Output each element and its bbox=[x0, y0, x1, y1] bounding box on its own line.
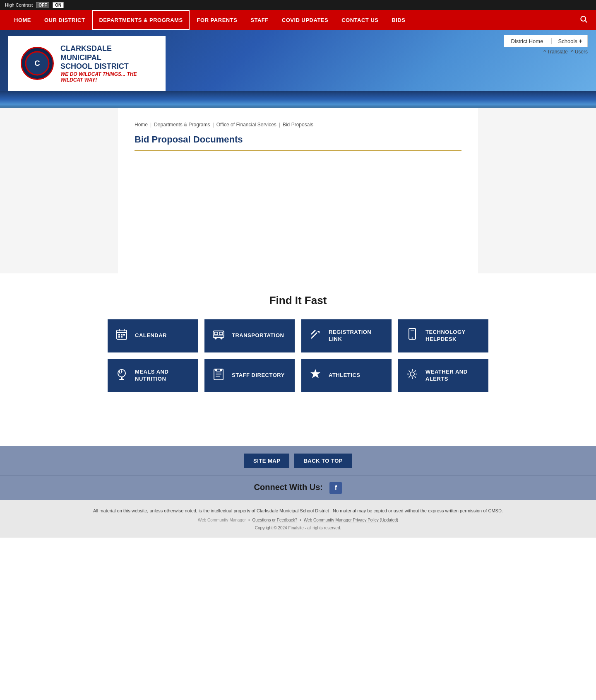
users-button[interactable]: ^ Users bbox=[571, 49, 588, 55]
svg-line-42 bbox=[409, 377, 410, 378]
svg-rect-12 bbox=[121, 336, 123, 338]
svg-line-21 bbox=[311, 330, 315, 334]
back-to-top-button[interactable]: BACK TO TOP bbox=[294, 454, 352, 468]
district-home-button[interactable]: District Home bbox=[504, 36, 550, 47]
svg-rect-15 bbox=[219, 332, 223, 335]
facebook-link[interactable]: f bbox=[329, 482, 342, 494]
fast-link-staff-directory[interactable]: STAFF DIRECTORY bbox=[204, 359, 295, 392]
weather-icon bbox=[405, 368, 420, 383]
find-it-fast-title: Find It Fast bbox=[17, 294, 579, 307]
transportation-icon bbox=[211, 328, 226, 343]
fast-link-staff-directory-label: STAFF DIRECTORY bbox=[232, 372, 285, 379]
nav-home[interactable]: HOME bbox=[8, 10, 37, 30]
page-title: Bid Proposal Documents bbox=[135, 134, 461, 145]
find-it-fast-section: Find It Fast CALENDAR bbox=[0, 273, 596, 413]
footer-bullet-2: • bbox=[300, 518, 301, 522]
site-map-button[interactable]: SITE MAP bbox=[244, 454, 289, 468]
fast-link-athletics-label: ATHLETICS bbox=[329, 372, 360, 379]
footer-bullet: • bbox=[248, 518, 250, 522]
svg-rect-33 bbox=[220, 369, 222, 371]
nav-covid-updates[interactable]: COVID UPDATES bbox=[276, 10, 334, 30]
logo-title-line1: CLARKSDALE MUNICIPAL SCHOOL DISTRICT bbox=[60, 44, 153, 71]
search-icon[interactable] bbox=[579, 15, 588, 25]
title-divider bbox=[135, 150, 461, 151]
technology-icon bbox=[405, 328, 420, 343]
fast-link-technology[interactable]: TECHNOLOGY HELPDESK bbox=[398, 319, 488, 352]
breadcrumb-financial[interactable]: Office of Financial Services bbox=[216, 122, 276, 128]
fast-link-transportation[interactable]: TRANSPORTATION bbox=[204, 319, 295, 352]
web-community-manager-label: Web Community Manager bbox=[198, 518, 246, 522]
fast-links-grid: CALENDAR TRANSPORTATION bbox=[108, 319, 488, 392]
nav-bar: HOME OUR DISTRICT DEPARTMENTS & PROGRAMS… bbox=[0, 10, 596, 30]
nav-bids[interactable]: BIDS bbox=[386, 10, 411, 30]
privacy-link[interactable]: Web Community Manager Privacy Policy (Up… bbox=[304, 518, 398, 522]
breadcrumb-sep-2: | bbox=[213, 122, 214, 128]
fast-link-weather[interactable]: WEATHER AND ALERTS bbox=[398, 359, 488, 392]
breadcrumb-current: Bid Proposals bbox=[283, 122, 313, 128]
fast-link-registration[interactable]: REGISTRATION LINK bbox=[301, 319, 392, 352]
top-bar: High Contrast OFF ON bbox=[0, 0, 596, 10]
nav-for-parents[interactable]: FOR PARENTS bbox=[191, 10, 243, 30]
breadcrumb-sep-3: | bbox=[279, 122, 280, 128]
nav-our-district[interactable]: OUR DISTRICT bbox=[38, 10, 91, 30]
logo-text-block: CLARKSDALE MUNICIPAL SCHOOL DISTRICT WE … bbox=[60, 44, 153, 83]
breadcrumb-home[interactable]: Home bbox=[135, 122, 148, 128]
svg-marker-34 bbox=[310, 369, 320, 378]
header-area: District Home | Schools + ^ Translate ^ … bbox=[0, 30, 596, 108]
svg-line-1 bbox=[585, 20, 587, 22]
fast-link-meals-label: MEALS AND NUTRITION bbox=[135, 369, 191, 383]
logo-area: C CLARKSDALE MUNICIPAL SCHOOL DISTRICT W… bbox=[8, 36, 166, 91]
fast-link-calendar[interactable]: CALENDAR bbox=[108, 319, 198, 352]
bottom-footer: All material on this website, unless oth… bbox=[0, 500, 596, 538]
high-contrast-label: High Contrast bbox=[5, 2, 33, 7]
breadcrumb-departments[interactable]: Departments & Programs bbox=[154, 122, 210, 128]
svg-rect-14 bbox=[214, 332, 218, 335]
fast-link-technology-label: TECHNOLOGY HELPDESK bbox=[425, 329, 482, 343]
fast-link-transportation-label: TRANSPORTATION bbox=[232, 332, 284, 339]
fast-link-calendar-label: CALENDAR bbox=[135, 332, 167, 339]
nav-staff[interactable]: STAFF bbox=[245, 10, 274, 30]
toggle-on[interactable]: ON bbox=[53, 2, 64, 8]
schools-button[interactable]: Schools + bbox=[553, 35, 587, 47]
copyright-year: Copyright © 2024 Finalsite - all rights … bbox=[255, 526, 341, 530]
copyright-text: All material on this website, unless oth… bbox=[17, 507, 579, 515]
connect-bar: Connect With Us: f bbox=[0, 476, 596, 500]
svg-rect-10 bbox=[123, 334, 125, 336]
fast-link-athletics[interactable]: ATHLETICS bbox=[301, 359, 392, 392]
svg-rect-32 bbox=[215, 369, 217, 371]
svg-rect-11 bbox=[118, 336, 120, 338]
pipe-divider: | bbox=[550, 37, 553, 45]
svg-point-17 bbox=[221, 338, 223, 340]
questions-link[interactable]: Questions or Feedback? bbox=[252, 518, 297, 522]
svg-line-40 bbox=[409, 371, 410, 372]
svg-point-0 bbox=[581, 16, 586, 21]
toggle-off[interactable]: OFF bbox=[36, 2, 49, 8]
footer-links-bar: SITE MAP BACK TO TOP bbox=[0, 446, 596, 476]
nav-contact-us[interactable]: CONTACT US bbox=[336, 10, 384, 30]
svg-point-35 bbox=[410, 372, 414, 376]
svg-rect-27 bbox=[119, 379, 124, 380]
athletics-icon bbox=[308, 368, 323, 383]
staff-directory-icon bbox=[211, 368, 226, 383]
copyright-year-row: Copyright © 2024 Finalsite - all rights … bbox=[17, 526, 579, 530]
logo-subtitle: WE DO WILDCAT THINGS... THE WILDCAT WAY! bbox=[60, 71, 153, 83]
svg-line-41 bbox=[415, 377, 416, 378]
calendar-icon bbox=[114, 328, 129, 343]
header-top-right: District Home | Schools + ^ Translate ^ … bbox=[504, 35, 588, 55]
translate-button[interactable]: ^ Translate bbox=[543, 49, 567, 55]
breadcrumb: Home | Departments & Programs | Office o… bbox=[135, 116, 461, 134]
nav-departments-programs[interactable]: DEPARTMENTS & PROGRAMS bbox=[92, 10, 189, 30]
svg-text:C: C bbox=[35, 59, 40, 68]
svg-point-23 bbox=[412, 338, 413, 339]
translate-users-bar: ^ Translate ^ Users bbox=[543, 49, 588, 55]
connect-with-us-label: Connect With Us: bbox=[254, 483, 323, 492]
content-area: Home | Departments & Programs | Office o… bbox=[0, 108, 596, 273]
school-logo: C bbox=[21, 47, 54, 80]
svg-rect-9 bbox=[121, 334, 123, 336]
fast-link-meals[interactable]: MEALS AND NUTRITION bbox=[108, 359, 198, 392]
fast-link-registration-label: REGISTRATION LINK bbox=[329, 329, 385, 343]
svg-point-16 bbox=[215, 338, 217, 340]
breadcrumb-sep-1: | bbox=[150, 122, 151, 128]
svg-rect-8 bbox=[118, 334, 120, 336]
registration-icon bbox=[308, 328, 323, 343]
